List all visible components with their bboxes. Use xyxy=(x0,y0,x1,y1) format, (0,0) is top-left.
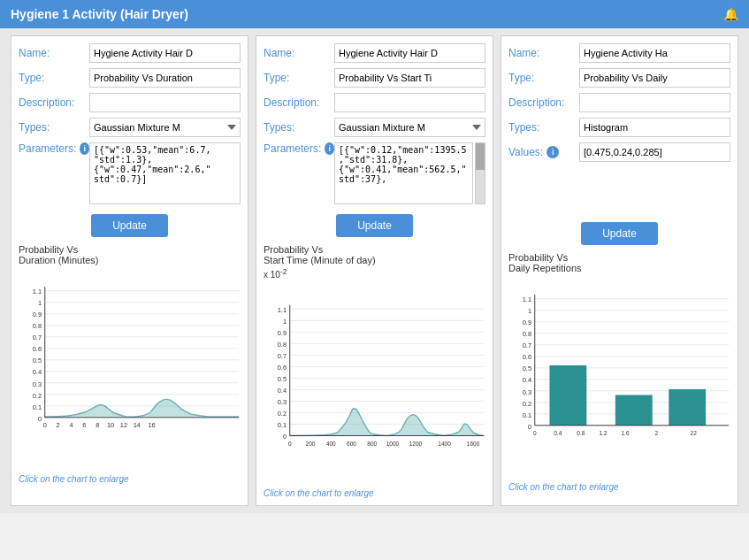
svg-text:0.3: 0.3 xyxy=(278,398,287,406)
svg-text:0.7: 0.7 xyxy=(278,352,287,360)
chart-title-3: Probability Vs Daily Repetitions xyxy=(508,252,730,273)
name-label-1: Name: xyxy=(19,47,89,59)
chart-svg-1: 1.1 1 0.9 0.8 0.7 0.6 0.5 0.4 0.3 0.2 0.… xyxy=(19,267,241,471)
desc-row-1: Description: xyxy=(19,93,241,112)
bar-2 xyxy=(615,395,653,425)
svg-text:0.1: 0.1 xyxy=(33,403,42,411)
update-button-3[interactable]: Update xyxy=(581,222,658,245)
values-input-3[interactable] xyxy=(579,142,730,162)
desc-label-3: Description: xyxy=(508,96,579,109)
name-label-2: Name: xyxy=(264,47,334,59)
svg-text:1.1: 1.1 xyxy=(523,295,531,303)
svg-text:0.9: 0.9 xyxy=(278,329,287,337)
types-select-1[interactable]: Gaussian Mixture M Histogram xyxy=(89,118,241,137)
svg-text:14: 14 xyxy=(134,421,141,429)
types-select-2[interactable]: Gaussian Mixture M Histogram xyxy=(334,118,485,137)
types-label-2: Types: xyxy=(264,121,334,134)
chart-title-2: Probability Vs Start Time (Minute of day… xyxy=(264,244,485,265)
chart-area-1[interactable]: 1.1 1 0.9 0.8 0.7 0.6 0.5 0.4 0.3 0.2 0.… xyxy=(19,267,241,471)
svg-text:0.9: 0.9 xyxy=(33,311,42,318)
svg-text:1400: 1400 xyxy=(438,441,451,447)
type-label-1: Type: xyxy=(19,72,89,84)
chart-area-3[interactable]: 1.1 1 0.9 0.8 0.7 0.6 0.5 0.4 0.3 0.2 0.… xyxy=(508,275,730,479)
update-button-2[interactable]: Update xyxy=(336,214,413,237)
desc-label-1: Description: xyxy=(19,96,89,109)
name-row-2: Name: xyxy=(264,43,485,63)
svg-text:12: 12 xyxy=(120,421,127,429)
main-container: Name: Type: Description: Types: Gaussian… xyxy=(0,28,749,513)
window-title: Hygiene 1 Activity (Hair Dryer) xyxy=(11,7,188,21)
svg-text:0: 0 xyxy=(533,430,537,436)
svg-text:1: 1 xyxy=(528,307,531,315)
type-input-1[interactable] xyxy=(89,68,241,88)
svg-text:2: 2 xyxy=(57,421,60,429)
types-row-1: Types: Gaussian Mixture M Histogram xyxy=(19,118,241,137)
type-row-1: Type: xyxy=(19,68,241,88)
svg-text:16: 16 xyxy=(148,421,155,429)
name-input-1[interactable] xyxy=(89,43,241,63)
params-label-1: Parameters: i xyxy=(19,142,89,155)
chart-svg-2: 1.1 1 0.9 0.8 0.7 0.6 0.5 0.4 0.3 0.2 0.… xyxy=(264,281,485,485)
svg-text:0.4: 0.4 xyxy=(278,387,287,395)
desc-row-2: Description: xyxy=(264,93,485,112)
chart-area-2[interactable]: 1.1 1 0.9 0.8 0.7 0.6 0.5 0.4 0.3 0.2 0.… xyxy=(264,281,485,485)
name-input-3[interactable] xyxy=(579,43,730,63)
desc-row-3: Description: xyxy=(508,93,730,112)
svg-text:0.2: 0.2 xyxy=(278,410,287,418)
svg-text:0.3: 0.3 xyxy=(33,380,42,388)
svg-text:0.5: 0.5 xyxy=(523,364,531,372)
types-label-1: Types: xyxy=(19,121,89,134)
svg-text:0: 0 xyxy=(528,423,531,431)
values-row-3: Values: i xyxy=(508,142,730,162)
values-info-icon-3[interactable]: i xyxy=(546,146,559,158)
svg-text:0.2: 0.2 xyxy=(33,392,42,400)
type-input-3[interactable] xyxy=(579,68,730,88)
svg-text:0.8: 0.8 xyxy=(33,322,42,330)
params-row-2: Parameters: i [{"w":0.12,"mean":1395.5,"… xyxy=(264,142,485,207)
chart-footer-1[interactable]: Click on the chart to enlarge xyxy=(19,474,241,484)
params-scroll-1: [{"w":0.53,"mean":6.7, "std":1.3}, {"w":… xyxy=(89,142,241,207)
chart-footer-3[interactable]: Click on the chart to enlarge xyxy=(508,482,730,492)
values-label-3: Values: i xyxy=(508,146,579,158)
svg-text:22: 22 xyxy=(691,430,698,436)
svg-text:0.4: 0.4 xyxy=(554,430,562,436)
chart-footer-2[interactable]: Click on the chart to enlarge xyxy=(264,488,485,498)
svg-text:0: 0 xyxy=(288,441,292,447)
svg-text:0.5: 0.5 xyxy=(33,357,42,364)
params-info-icon-2[interactable]: i xyxy=(325,142,334,155)
params-textarea-1[interactable]: [{"w":0.53,"mean":6.7, "std":1.3}, {"w":… xyxy=(89,142,241,204)
panel-1: Name: Type: Description: Types: Gaussian… xyxy=(11,35,248,506)
svg-text:0.7: 0.7 xyxy=(523,341,531,349)
svg-text:200: 200 xyxy=(306,441,316,447)
type-row-3: Type: xyxy=(508,68,730,88)
svg-text:0.6: 0.6 xyxy=(523,353,531,361)
name-input-2[interactable] xyxy=(334,43,485,63)
svg-text:1: 1 xyxy=(38,299,42,307)
chart-svg-3: 1.1 1 0.9 0.8 0.7 0.6 0.5 0.4 0.3 0.2 0.… xyxy=(508,275,730,479)
type-label-3: Type: xyxy=(508,72,579,84)
params-textarea-2[interactable]: [{"w":0.12,"mean":1395.5,"std":31.8},{"w… xyxy=(334,142,473,204)
svg-text:0: 0 xyxy=(38,415,42,423)
svg-text:400: 400 xyxy=(326,441,336,447)
svg-text:1200: 1200 xyxy=(409,441,423,447)
name-row-1: Name: xyxy=(19,43,241,63)
svg-text:0: 0 xyxy=(43,421,47,429)
svg-text:0.7: 0.7 xyxy=(33,334,42,341)
desc-input-3[interactable] xyxy=(579,93,730,112)
name-row-3: Name: xyxy=(508,43,730,63)
desc-input-2[interactable] xyxy=(334,93,485,112)
svg-text:0.8: 0.8 xyxy=(577,430,585,436)
svg-text:1.1: 1.1 xyxy=(33,288,42,295)
desc-input-1[interactable] xyxy=(89,93,241,112)
svg-text:0.6: 0.6 xyxy=(278,364,287,372)
types-row-3: Types: xyxy=(508,118,730,137)
bell-icon: 🔔 xyxy=(723,7,738,21)
svg-text:0.1: 0.1 xyxy=(523,411,531,419)
params-info-icon-1[interactable]: i xyxy=(80,142,89,155)
types-input-3[interactable] xyxy=(579,118,730,137)
type-input-2[interactable] xyxy=(334,68,485,88)
type-label-2: Type: xyxy=(264,72,334,84)
update-button-1[interactable]: Update xyxy=(91,214,168,237)
bar-3 xyxy=(669,389,706,426)
type-row-2: Type: xyxy=(264,68,485,88)
